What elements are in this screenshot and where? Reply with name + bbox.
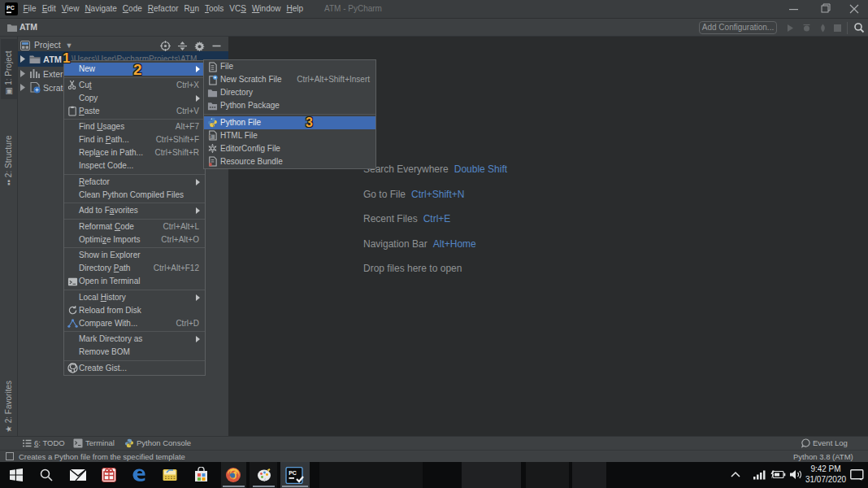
svg-text:PC: PC <box>7 5 15 11</box>
svg-text:5: 5 <box>210 134 212 139</box>
svg-text:PC: PC <box>289 470 297 476</box>
